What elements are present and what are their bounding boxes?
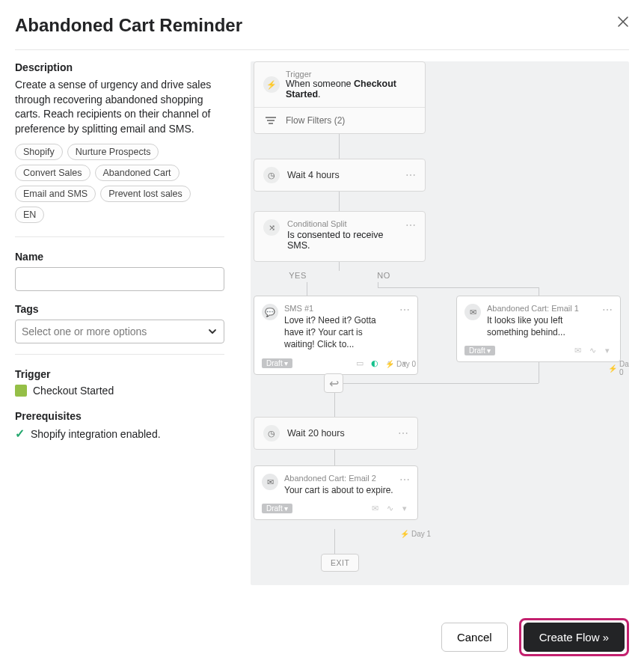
create-flow-highlight: Create Flow » — [519, 618, 629, 656]
close-button[interactable] — [617, 15, 629, 30]
day-marker: ⚡ Day 0 — [385, 360, 416, 368]
status-badge[interactable]: Draft ▾ — [464, 346, 495, 355]
name-input[interactable] — [15, 267, 224, 291]
close-icon — [617, 16, 629, 28]
tag-pill: Prevent lost sales — [100, 186, 191, 202]
description-label: Description — [15, 61, 224, 73]
sms-body: Love it? Need it? Gotta have it? Your ca… — [284, 314, 393, 351]
tag-pill: Convert Sales — [15, 165, 91, 181]
sms-title: SMS #1 — [284, 304, 393, 313]
branch-no: NO — [377, 271, 390, 280]
page-title: Abandoned Cart Reminder — [15, 15, 242, 36]
email2-node[interactable]: ✉ Abandoned Cart: Email 2 Your cart is a… — [254, 465, 418, 520]
node-menu-icon[interactable]: ⋯ — [399, 304, 410, 351]
node-menu-icon[interactable]: ⋯ — [405, 169, 416, 181]
split-node[interactable]: ⤨ Conditional Split Is consented to rece… — [254, 211, 426, 262]
analytics-icon: ∿ — [384, 504, 395, 513]
report-icon: ▭ — [355, 358, 365, 368]
prereq-value: Shopify integration enabled. — [31, 428, 161, 440]
tag-pill: Abandoned Cart — [95, 165, 180, 181]
tag-pill: EN — [15, 207, 44, 223]
flow-filters-text: Flow Filters (2) — [286, 115, 345, 126]
split-node-text: Is consented to receive SMS. — [287, 230, 398, 251]
wait-node-1[interactable]: ◷ Wait 4 hours ⋯ — [254, 159, 426, 192]
node-menu-icon[interactable]: ⋯ — [398, 427, 408, 439]
day-marker: ⚡ Day 1 — [400, 530, 431, 538]
node-menu-icon[interactable]: ⋯ — [602, 304, 613, 338]
exit-node[interactable]: EXIT — [321, 554, 359, 572]
email2-body: Your cart is about to expire. — [284, 484, 393, 496]
details-panel: Description Create a sense of urgency an… — [15, 61, 224, 585]
email1-title: Abandoned Cart: Email 1 — [487, 304, 596, 313]
bolt-icon: ⚡ — [263, 76, 280, 93]
split-icon: ⤨ — [263, 219, 280, 236]
status-badge[interactable]: Draft ▾ — [262, 504, 292, 513]
chevron-down-icon — [207, 326, 218, 337]
tags-select-placeholder: Select one or more options — [22, 326, 147, 337]
split-node-label: Conditional Split — [287, 219, 398, 228]
cancel-button[interactable]: Cancel — [441, 623, 508, 652]
meta-tags: Shopify Nurture Prospects Convert Sales … — [15, 144, 224, 223]
svg-rect-0 — [266, 117, 276, 118]
trigger-node[interactable]: ⚡ Trigger When someone Checkout Started.… — [254, 61, 426, 134]
clock-icon: ◷ — [263, 167, 280, 183]
mail-icon: ✉ — [262, 474, 278, 490]
funnel-icon: ▾ — [399, 504, 410, 513]
filter-icon — [263, 117, 278, 124]
email1-body: It looks like you left something behind.… — [487, 314, 596, 338]
svg-rect-1 — [267, 120, 275, 121]
trigger-label: Trigger — [15, 368, 224, 380]
analytics-icon: ∿ — [587, 346, 598, 355]
mail-icon: ✉ — [464, 304, 481, 320]
trigger-node-label: Trigger — [286, 70, 416, 79]
tag-pill: Email and SMS — [15, 186, 96, 202]
day-marker: ⚡ Day 0 — [608, 360, 629, 376]
chat-icon: 💬 — [262, 304, 278, 320]
dialog-footer: Cancel Create Flow » — [0, 600, 644, 657]
smart-send-icon: ◐ — [369, 358, 380, 368]
tag-pill: Shopify — [15, 144, 63, 160]
tag-pill: Nurture Prospects — [67, 144, 159, 160]
create-flow-button[interactable]: Create Flow » — [524, 623, 625, 652]
tags-select[interactable]: Select one or more options — [15, 320, 224, 343]
description-text: Create a sense of urgency and drive sale… — [15, 78, 224, 136]
trigger-value: Checkout Started — [33, 385, 114, 397]
name-label: Name — [15, 251, 224, 263]
trigger-node-text: When someone Checkout Started. — [286, 79, 416, 100]
clock-icon: ◷ — [263, 425, 280, 441]
status-badge[interactable]: Draft ▾ — [262, 358, 292, 368]
mail-icon: ✉ — [572, 346, 583, 355]
funnel-icon: ▾ — [602, 346, 613, 355]
tags-label: Tags — [15, 303, 224, 315]
prereq-label: Prerequisites — [15, 410, 224, 422]
check-icon: ✓ — [15, 427, 25, 441]
merge-node[interactable]: ↩ — [324, 373, 343, 393]
email2-title: Abandoned Cart: Email 2 — [284, 474, 393, 483]
mail-icon: ✉ — [369, 504, 380, 513]
flow-preview: ⚡ Trigger When someone Checkout Started.… — [251, 61, 629, 585]
wait1-text: Wait 4 hours — [287, 170, 398, 180]
svg-rect-2 — [269, 123, 273, 124]
node-menu-icon[interactable]: ⋯ — [405, 219, 416, 231]
wait2-text: Wait 20 hours — [287, 428, 390, 438]
node-menu-icon[interactable]: ⋯ — [399, 474, 410, 496]
shopify-icon — [15, 385, 27, 397]
email1-node[interactable]: ✉ Abandoned Cart: Email 1 It looks like … — [456, 296, 621, 362]
branch-yes: YES — [289, 271, 307, 280]
wait-node-2[interactable]: ◷ Wait 20 hours ⋯ — [254, 417, 418, 450]
